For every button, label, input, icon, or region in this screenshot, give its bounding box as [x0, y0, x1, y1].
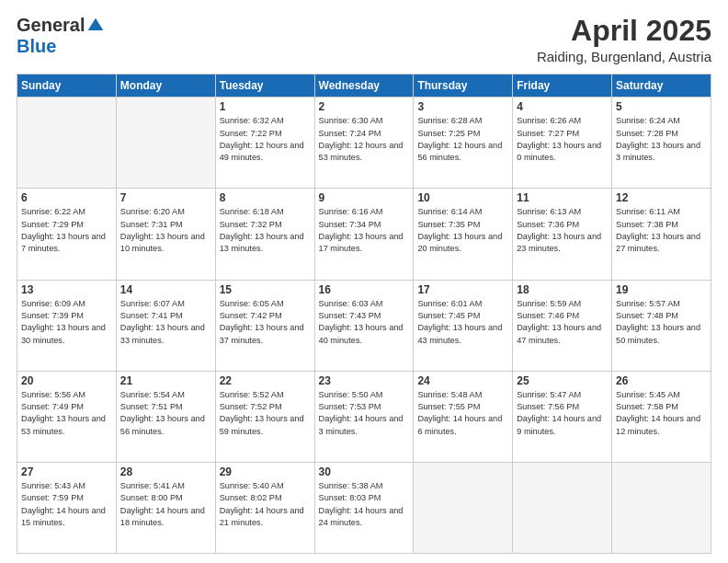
calendar-cell: 9Sunrise: 6:16 AMSunset: 7:34 PMDaylight…: [314, 189, 414, 280]
day-number: 27: [21, 465, 112, 478]
calendar-cell: 20Sunrise: 5:56 AMSunset: 7:49 PMDayligh…: [17, 371, 117, 462]
calendar-cell: 11Sunrise: 6:13 AMSunset: 7:36 PMDayligh…: [513, 189, 612, 280]
calendar-cell: 12Sunrise: 6:11 AMSunset: 7:38 PMDayligh…: [612, 189, 711, 280]
calendar-cell: 15Sunrise: 6:05 AMSunset: 7:42 PMDayligh…: [215, 280, 314, 371]
day-info: Sunrise: 6:18 AMSunset: 7:32 PMDaylight:…: [220, 206, 311, 255]
day-number: 11: [517, 191, 608, 204]
calendar-cell: 22Sunrise: 5:52 AMSunset: 7:52 PMDayligh…: [215, 371, 314, 462]
day-info: Sunrise: 6:24 AMSunset: 7:28 PMDaylight:…: [616, 115, 707, 164]
day-info: Sunrise: 6:11 AMSunset: 7:38 PMDaylight:…: [616, 206, 707, 255]
day-number: 8: [220, 191, 311, 204]
day-info: Sunrise: 5:48 AMSunset: 7:55 PMDaylight:…: [417, 389, 508, 438]
day-number: 19: [616, 283, 707, 296]
day-info: Sunrise: 5:38 AMSunset: 8:03 PMDaylight:…: [319, 480, 410, 529]
calendar-cell: 21Sunrise: 5:54 AMSunset: 7:51 PMDayligh…: [116, 371, 215, 462]
day-number: 6: [21, 191, 112, 204]
day-info: Sunrise: 5:54 AMSunset: 7:51 PMDaylight:…: [120, 389, 211, 438]
day-number: 14: [120, 283, 211, 296]
calendar-header-sunday: Sunday: [17, 75, 117, 98]
calendar-cell: 16Sunrise: 6:03 AMSunset: 7:43 PMDayligh…: [314, 280, 414, 371]
calendar-cell: 5Sunrise: 6:24 AMSunset: 7:28 PMDaylight…: [612, 98, 711, 189]
logo-blue-text: Blue: [17, 36, 56, 57]
day-info: Sunrise: 5:50 AMSunset: 7:53 PMDaylight:…: [319, 389, 410, 438]
header: General Blue April 2025 Raiding, Burgenl…: [17, 15, 711, 64]
calendar-cell: 19Sunrise: 5:57 AMSunset: 7:48 PMDayligh…: [612, 280, 711, 371]
day-info: Sunrise: 6:26 AMSunset: 7:27 PMDaylight:…: [517, 115, 608, 164]
calendar-cell: 18Sunrise: 5:59 AMSunset: 7:46 PMDayligh…: [513, 280, 612, 371]
day-number: 4: [517, 100, 608, 113]
day-number: 29: [220, 465, 311, 478]
calendar-cell: 27Sunrise: 5:43 AMSunset: 7:59 PMDayligh…: [17, 462, 117, 553]
calendar-cell: 7Sunrise: 6:20 AMSunset: 7:31 PMDaylight…: [116, 189, 215, 280]
day-number: 5: [616, 100, 707, 113]
calendar-cell: 23Sunrise: 5:50 AMSunset: 7:53 PMDayligh…: [314, 371, 414, 462]
day-number: 26: [616, 374, 707, 387]
calendar-header-wednesday: Wednesday: [314, 75, 414, 98]
calendar-cell: [513, 462, 612, 553]
calendar-header-tuesday: Tuesday: [215, 75, 314, 98]
day-info: Sunrise: 6:09 AMSunset: 7:39 PMDaylight:…: [21, 298, 112, 347]
logo-icon: [86, 17, 105, 35]
calendar-cell: 10Sunrise: 6:14 AMSunset: 7:35 PMDayligh…: [414, 189, 513, 280]
calendar-week-row: 20Sunrise: 5:56 AMSunset: 7:49 PMDayligh…: [17, 371, 711, 462]
day-number: 13: [21, 283, 112, 296]
calendar-cell: 25Sunrise: 5:47 AMSunset: 7:56 PMDayligh…: [513, 371, 612, 462]
page: General Blue April 2025 Raiding, Burgenl…: [0, 0, 728, 563]
calendar-cell: [414, 462, 513, 553]
calendar-cell: 2Sunrise: 6:30 AMSunset: 7:24 PMDaylight…: [314, 98, 414, 189]
calendar-header-friday: Friday: [513, 75, 612, 98]
calendar-week-row: 13Sunrise: 6:09 AMSunset: 7:39 PMDayligh…: [17, 280, 711, 371]
calendar-cell: [612, 462, 711, 553]
calendar-cell: 4Sunrise: 6:26 AMSunset: 7:27 PMDaylight…: [513, 98, 612, 189]
day-number: 10: [417, 191, 508, 204]
calendar-week-row: 27Sunrise: 5:43 AMSunset: 7:59 PMDayligh…: [17, 462, 711, 553]
location: Raiding, Burgenland, Austria: [537, 49, 711, 64]
calendar-cell: 1Sunrise: 6:32 AMSunset: 7:22 PMDaylight…: [215, 98, 314, 189]
day-number: 1: [220, 100, 311, 113]
day-number: 24: [417, 374, 508, 387]
day-info: Sunrise: 5:56 AMSunset: 7:49 PMDaylight:…: [21, 389, 112, 438]
day-info: Sunrise: 6:22 AMSunset: 7:29 PMDaylight:…: [21, 206, 112, 255]
day-info: Sunrise: 6:05 AMSunset: 7:42 PMDaylight:…: [220, 298, 311, 347]
day-info: Sunrise: 6:30 AMSunset: 7:24 PMDaylight:…: [319, 115, 410, 164]
day-number: 30: [319, 465, 410, 478]
day-number: 12: [616, 191, 707, 204]
calendar-header-thursday: Thursday: [414, 75, 513, 98]
svg-marker-0: [88, 17, 104, 29]
calendar-cell: 26Sunrise: 5:45 AMSunset: 7:58 PMDayligh…: [612, 371, 711, 462]
day-info: Sunrise: 6:07 AMSunset: 7:41 PMDaylight:…: [120, 298, 211, 347]
day-info: Sunrise: 5:41 AMSunset: 8:00 PMDaylight:…: [120, 480, 211, 529]
calendar-cell: 28Sunrise: 5:41 AMSunset: 8:00 PMDayligh…: [116, 462, 215, 553]
calendar-cell: 14Sunrise: 6:07 AMSunset: 7:41 PMDayligh…: [116, 280, 215, 371]
day-number: 18: [517, 283, 608, 296]
calendar-table: SundayMondayTuesdayWednesdayThursdayFrid…: [17, 74, 711, 554]
day-number: 25: [517, 374, 608, 387]
month-title: April 2025: [537, 15, 711, 47]
day-info: Sunrise: 5:47 AMSunset: 7:56 PMDaylight:…: [517, 389, 608, 438]
calendar-cell: [116, 98, 215, 189]
calendar-cell: [17, 98, 117, 189]
day-number: 17: [417, 283, 508, 296]
day-info: Sunrise: 5:43 AMSunset: 7:59 PMDaylight:…: [21, 480, 112, 529]
day-number: 9: [319, 191, 410, 204]
calendar-cell: 8Sunrise: 6:18 AMSunset: 7:32 PMDaylight…: [215, 189, 314, 280]
calendar-cell: 30Sunrise: 5:38 AMSunset: 8:03 PMDayligh…: [314, 462, 414, 553]
calendar-week-row: 6Sunrise: 6:22 AMSunset: 7:29 PMDaylight…: [17, 189, 711, 280]
calendar-header-row: SundayMondayTuesdayWednesdayThursdayFrid…: [17, 75, 711, 98]
calendar-cell: 29Sunrise: 5:40 AMSunset: 8:02 PMDayligh…: [215, 462, 314, 553]
day-number: 7: [120, 191, 211, 204]
calendar-cell: 3Sunrise: 6:28 AMSunset: 7:25 PMDaylight…: [414, 98, 513, 189]
day-info: Sunrise: 6:16 AMSunset: 7:34 PMDaylight:…: [319, 206, 410, 255]
calendar-header-saturday: Saturday: [612, 75, 711, 98]
day-info: Sunrise: 5:59 AMSunset: 7:46 PMDaylight:…: [517, 298, 608, 347]
day-number: 21: [120, 374, 211, 387]
day-number: 3: [417, 100, 508, 113]
day-info: Sunrise: 6:20 AMSunset: 7:31 PMDaylight:…: [120, 206, 211, 255]
day-number: 2: [319, 100, 410, 113]
day-number: 28: [120, 465, 211, 478]
day-number: 22: [220, 374, 311, 387]
calendar-week-row: 1Sunrise: 6:32 AMSunset: 7:22 PMDaylight…: [17, 98, 711, 189]
day-number: 23: [319, 374, 410, 387]
calendar-cell: 17Sunrise: 6:01 AMSunset: 7:45 PMDayligh…: [414, 280, 513, 371]
calendar-cell: 13Sunrise: 6:09 AMSunset: 7:39 PMDayligh…: [17, 280, 117, 371]
